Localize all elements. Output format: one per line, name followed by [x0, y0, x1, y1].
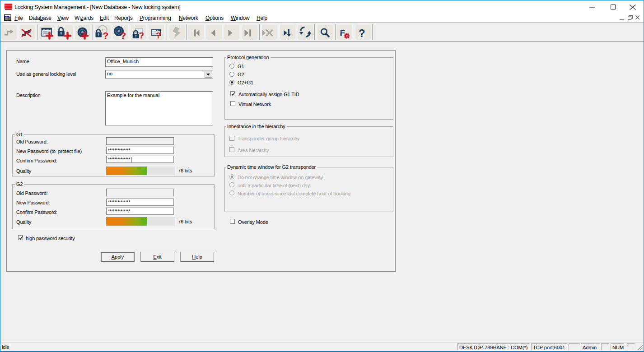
svg-text:?: ? [121, 30, 126, 40]
svg-text:?: ? [359, 27, 365, 39]
svg-text:?: ? [156, 31, 161, 40]
svg-text:?: ? [103, 30, 108, 40]
svg-text:?: ? [139, 31, 144, 40]
